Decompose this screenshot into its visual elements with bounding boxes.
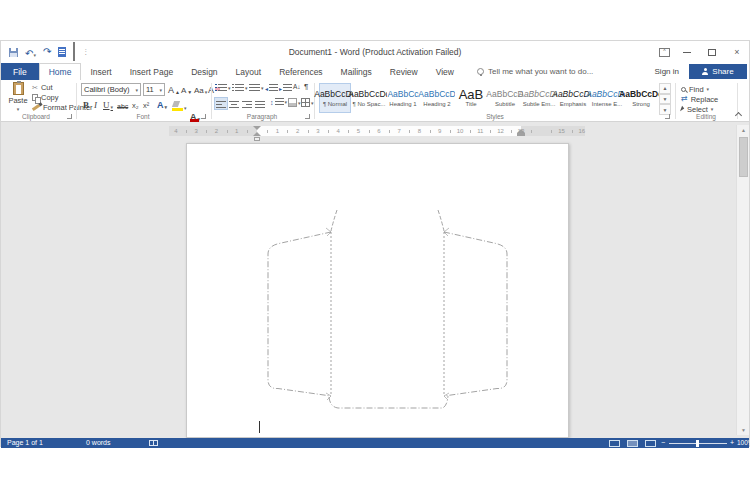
ruler-number: 16 [578, 126, 585, 136]
style-subtitle[interactable]: AaBbCcDSubtitle [489, 83, 521, 113]
find-button[interactable]: Find ▾ [681, 84, 709, 94]
bullets-button[interactable]: ▾ [215, 84, 231, 92]
tab-insert-page[interactable]: Insert Page [121, 63, 182, 80]
tab-mailings[interactable]: Mailings [332, 63, 381, 80]
style-normal[interactable]: AaBbCcDc¶ Normal [319, 83, 351, 113]
vertical-scrollbar[interactable]: ▲ ▼ [736, 125, 749, 435]
chevron-down-icon: ▾ [159, 87, 162, 93]
borders-button[interactable]: ▾ [301, 98, 314, 107]
superscript-button[interactable]: x² [143, 98, 149, 110]
paragraph-dialog-launcher-icon[interactable] [305, 114, 310, 119]
justify-button[interactable] [255, 99, 265, 108]
sign-in-link[interactable]: Sign in [655, 63, 679, 80]
grow-font-button[interactable]: A▲ [168, 83, 180, 95]
style-subtle-emphasis[interactable]: AaBbCcDcSubtle Em... [523, 83, 555, 113]
underline-icon: U [103, 100, 110, 110]
collapse-ribbon-button[interactable] [736, 111, 742, 117]
page-indicator[interactable]: Page 1 of 1 [7, 438, 43, 448]
scroll-down-icon[interactable]: ▼ [738, 425, 749, 435]
change-case-button[interactable]: Aa▾ [194, 83, 207, 95]
font-size-combobox[interactable]: 11 ▾ [143, 83, 165, 96]
zoom-out-button[interactable]: − [661, 438, 665, 448]
zoom-level[interactable]: 100% [737, 438, 750, 448]
proofing-status-icon[interactable] [149, 440, 158, 446]
style-emphasis[interactable]: AaBbCcDcEmphasis [557, 83, 589, 113]
scroll-up-icon[interactable]: ▲ [738, 125, 749, 135]
sort-button[interactable]: A↓ [293, 83, 301, 90]
shrink-font-button[interactable]: A▼ [181, 83, 192, 95]
numbering-button[interactable]: ▾ [232, 84, 248, 92]
close-button[interactable]: × [729, 45, 745, 59]
word-count[interactable]: 0 words [86, 438, 111, 448]
line-spacing-button[interactable]: ↕▾ [270, 98, 287, 106]
shading-button[interactable]: ▾ [288, 98, 301, 107]
zoom-slider-thumb[interactable] [696, 440, 699, 447]
tell-me-label: Tell me what you want to do... [488, 67, 593, 76]
multilevel-list-icon [249, 84, 260, 92]
subscript-button[interactable]: x₂ [132, 98, 139, 110]
replace-icon: ⇄ [681, 95, 688, 103]
increase-indent-button[interactable]: ▸ [279, 84, 292, 92]
first-line-indent-marker[interactable] [253, 126, 261, 130]
numbering-icon [232, 84, 234, 92]
paste-button[interactable]: Paste ▾ [5, 82, 31, 114]
font-group-label: Font [79, 113, 207, 120]
web-layout-icon[interactable] [645, 440, 656, 447]
font-dialog-launcher-icon[interactable] [201, 114, 206, 119]
ruler-number: 5 [357, 126, 360, 136]
align-center-button[interactable] [229, 99, 239, 108]
decrease-indent-button[interactable]: ◂ [265, 84, 278, 92]
zoom-in-button[interactable]: + [730, 438, 734, 448]
font-size-value: 11 [146, 85, 154, 94]
share-button[interactable]: Share [689, 64, 747, 79]
highlight-color-button[interactable]: ▾ [172, 99, 187, 111]
tab-view[interactable]: View [427, 63, 463, 80]
restore-button[interactable] [704, 45, 720, 59]
minimize-button[interactable] [679, 45, 695, 59]
tell-me-box[interactable]: Tell me what you want to do... [477, 63, 593, 80]
strikethrough-button[interactable]: abc [117, 98, 128, 110]
align-left-button[interactable] [215, 98, 227, 109]
gallery-down-icon[interactable]: ▼ [659, 94, 671, 105]
tab-design[interactable]: Design [182, 63, 226, 80]
multilevel-list-button[interactable]: ▾ [249, 84, 264, 92]
style-heading1[interactable]: AaBbCcHeading 1 [387, 83, 419, 113]
style-title[interactable]: AaBTitle [455, 83, 487, 113]
tab-insert[interactable]: Insert [81, 63, 120, 80]
copy-button[interactable]: Copy [32, 93, 59, 102]
styles-dialog-launcher-icon[interactable] [665, 114, 670, 119]
show-hide-pilcrow-button[interactable]: ¶ [304, 82, 308, 91]
chevron-down-icon: ▾ [707, 86, 710, 92]
cursor-arrow-icon [680, 106, 685, 113]
bold-button[interactable]: B [83, 98, 89, 110]
tab-file[interactable]: File [1, 63, 39, 80]
left-indent-marker[interactable] [254, 137, 260, 141]
style-strong[interactable]: AaBbCcDcStrong [625, 83, 657, 113]
text-effects-button[interactable]: A▾ [157, 98, 167, 110]
clipboard-dialog-launcher-icon[interactable] [67, 114, 72, 119]
print-layout-icon[interactable] [627, 440, 638, 447]
tab-review[interactable]: Review [381, 63, 427, 80]
tab-references[interactable]: References [270, 63, 331, 80]
gallery-up-icon[interactable]: ▲ [659, 83, 671, 94]
style-heading2[interactable]: AaBbCcDHeading 2 [421, 83, 453, 113]
read-mode-icon[interactable] [609, 440, 620, 447]
align-right-button[interactable] [242, 99, 252, 108]
underline-button[interactable]: U▾ [103, 98, 113, 110]
replace-button[interactable]: ⇄ Replace [681, 94, 718, 104]
envelope-template-shape[interactable] [187, 144, 570, 438]
font-name-combobox[interactable]: Calibri (Body) ▾ [81, 83, 141, 96]
italic-button[interactable]: I [94, 98, 97, 110]
scrollbar-thumb[interactable] [739, 137, 748, 177]
style-no-spacing[interactable]: AaBbCcDc¶ No Spac... [353, 83, 385, 113]
hanging-indent-marker[interactable] [253, 132, 261, 136]
document-page[interactable] [186, 143, 569, 438]
ribbon-display-options-button[interactable]: ^ [659, 48, 670, 57]
find-label: Find [689, 85, 704, 94]
line-spacing-icon: ↕ [270, 99, 274, 106]
cut-button[interactable]: ✂ Cut [32, 83, 53, 92]
ruler-strip[interactable]: 4321123456789101112131516 [169, 126, 585, 136]
ruler-number: 2 [296, 126, 299, 136]
tab-layout[interactable]: Layout [227, 63, 271, 80]
tab-home[interactable]: Home [39, 63, 82, 80]
